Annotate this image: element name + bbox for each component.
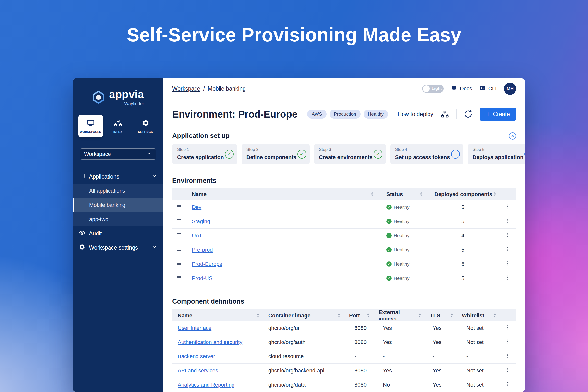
topbar-actions: Light Docs	[422, 82, 516, 95]
port: 8080	[344, 382, 373, 388]
components-title: Component definitions	[172, 298, 244, 305]
deployed-count: 5	[426, 218, 500, 225]
container-image: ghcr.io/org/backend-api	[263, 368, 344, 374]
step-title: Create application	[177, 154, 224, 160]
sort-icon[interactable]	[493, 191, 496, 198]
kebab-menu-icon[interactable]	[505, 246, 511, 254]
sidebar-item-all-applications[interactable]: All applications	[72, 184, 164, 198]
sort-icon[interactable]	[418, 312, 422, 319]
docs-label: Docs	[460, 86, 472, 92]
kebab-menu-icon[interactable]	[505, 381, 511, 388]
environment-link[interactable]: UAT	[192, 232, 202, 239]
sort-icon[interactable]	[256, 312, 260, 319]
drag-handle-icon[interactable]	[176, 204, 182, 211]
tab-settings[interactable]: SETTINGS	[133, 115, 158, 137]
breadcrumb: Workspace / Mobile banking	[172, 86, 246, 92]
sidebar-item-workspace-settings[interactable]: Workspace settings	[72, 240, 164, 255]
main-panel: Workspace / Mobile banking Light D	[164, 78, 525, 392]
environment-link[interactable]: Prod-Europe	[192, 261, 222, 267]
arrow-circle-icon[interactable]: →	[451, 150, 460, 158]
monitor-icon	[86, 119, 95, 128]
kebab-menu-icon[interactable]	[505, 275, 511, 282]
component-link[interactable]: User Interface	[178, 325, 212, 331]
drag-handle-icon[interactable]	[176, 218, 182, 225]
step-title: Define components	[246, 154, 296, 160]
step-card-2[interactable]: Step 2 Define components ✓	[242, 144, 310, 164]
tab-workspaces[interactable]: WORKSPACES	[78, 115, 103, 137]
appvia-logo-icon	[92, 91, 105, 105]
sort-icon[interactable]	[337, 312, 341, 319]
breadcrumb-mobile-banking: Mobile banking	[208, 86, 246, 92]
sidebar-item-audit[interactable]: Audit	[72, 226, 164, 240]
close-icon[interactable]: ×	[509, 132, 516, 140]
chevron-down-icon[interactable]	[152, 244, 157, 251]
setup-title: Application set up	[172, 132, 230, 140]
sidebar-item-mobile-banking[interactable]: Mobile banking	[72, 198, 164, 212]
app-two-label: app-two	[89, 216, 108, 222]
whitelist: Not set	[456, 368, 500, 374]
component-link[interactable]: Backend server	[178, 353, 215, 360]
environment-link[interactable]: Dev	[192, 204, 202, 210]
docs-button[interactable]: Docs	[451, 85, 472, 92]
sidebar-item-applications[interactable]: Applications	[72, 170, 164, 184]
kebab-menu-icon[interactable]	[505, 353, 511, 360]
table-row: API and services ghcr.io/org/backend-api…	[172, 364, 516, 378]
drag-handle-icon[interactable]	[176, 275, 182, 282]
step-card-1[interactable]: Step 1 Create application ✓	[172, 144, 237, 164]
table-row: Dev ✓Healthy 5	[172, 200, 516, 214]
step-number: Step 1	[177, 147, 224, 152]
environment-link[interactable]: Prod-US	[192, 275, 212, 281]
sort-icon[interactable]	[493, 312, 496, 319]
drag-handle-icon[interactable]	[176, 232, 182, 239]
kebab-menu-icon[interactable]	[505, 367, 511, 374]
gear-icon	[141, 119, 150, 128]
drag-handle-icon[interactable]	[176, 260, 182, 268]
drag-handle-icon[interactable]	[176, 246, 182, 254]
kebab-menu-icon[interactable]	[505, 338, 511, 346]
breadcrumb-workspace[interactable]: Workspace	[172, 86, 200, 92]
component-link[interactable]: API and services	[178, 368, 218, 374]
kebab-menu-icon[interactable]	[505, 218, 511, 225]
sort-icon[interactable]	[370, 191, 374, 198]
sort-icon[interactable]	[450, 312, 454, 319]
environment-link[interactable]: Staging	[192, 218, 210, 224]
step-card-5[interactable]: Step 5 Deploys application →	[468, 144, 525, 164]
cli-button[interactable]: CLI	[480, 85, 496, 92]
kebab-menu-icon[interactable]	[505, 324, 511, 332]
kebab-menu-icon[interactable]	[505, 232, 511, 239]
components-section-header: Component definitions	[172, 298, 516, 305]
step-card-3[interactable]: Step 3 Create environments ✓	[314, 144, 386, 164]
component-link[interactable]: Authentication and security	[178, 339, 242, 345]
step-title: Set up access tokens	[395, 154, 450, 160]
table-row: Backend server cloud resource - - - -	[172, 349, 516, 364]
kebab-menu-icon[interactable]	[505, 260, 511, 268]
chevron-down-icon[interactable]	[152, 173, 157, 180]
theme-toggle-label: Light	[432, 86, 442, 91]
theme-toggle[interactable]: Light	[422, 84, 444, 93]
sidebar-item-workspace-settings-label: Workspace settings	[89, 244, 138, 251]
chevron-down-icon	[146, 151, 152, 158]
sort-icon[interactable]	[366, 312, 370, 319]
workspace-selector[interactable]: Workspace	[80, 148, 156, 160]
tab-infra[interactable]: INFRA	[106, 115, 130, 137]
how-to-deploy-link[interactable]: How to deploy	[398, 111, 434, 118]
step-card-4[interactable]: Step 4 Set up access tokens →	[390, 144, 463, 164]
create-button[interactable]: + Create	[480, 108, 516, 121]
tls: Yes	[424, 325, 456, 331]
sort-icon[interactable]	[420, 191, 423, 198]
col-deployed-components: Deployed components	[434, 191, 492, 198]
status-badge: Healthy	[394, 276, 410, 281]
environment-link[interactable]: Pre-prod	[192, 247, 213, 253]
step-number: Step 2	[246, 147, 296, 152]
avatar[interactable]: MH	[504, 82, 516, 95]
table-row: Prod-US ✓Healthy 5	[172, 271, 516, 286]
arrow-circle-icon[interactable]: →	[524, 150, 525, 158]
kebab-menu-icon[interactable]	[505, 204, 511, 211]
sidebar-item-app-two[interactable]: app-two	[72, 212, 164, 226]
topbar: Workspace / Mobile banking Light D	[164, 78, 525, 99]
external-access: Yes	[373, 339, 424, 346]
component-link[interactable]: Analytics and Reporting	[178, 382, 234, 388]
refresh-icon[interactable]	[462, 108, 474, 120]
deployment-graph-icon[interactable]	[439, 108, 450, 120]
status-badge: Healthy	[394, 262, 410, 267]
